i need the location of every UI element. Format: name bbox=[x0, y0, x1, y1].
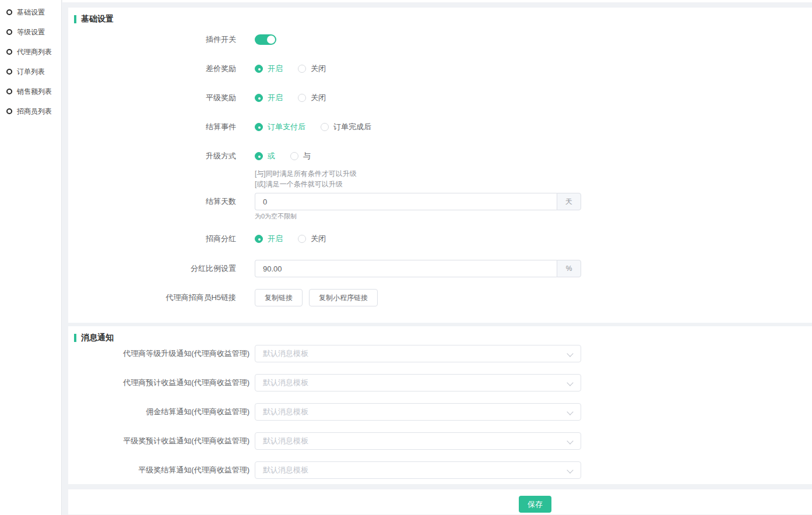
radio-icon bbox=[255, 235, 263, 243]
row-same-level-expected-notify: 平级奖预计收益通知(代理商收益管理) 默认消息模板 bbox=[74, 432, 812, 450]
row-same-level-settle-notify: 平级奖结算通知(代理商收益管理) 默认消息模板 bbox=[74, 461, 812, 479]
sidebar-item-label: 代理商列表 bbox=[17, 47, 52, 57]
circle-icon bbox=[6, 29, 12, 35]
input-box bbox=[255, 260, 557, 277]
tip-line: [或]满足一个条件就可以升级 bbox=[255, 179, 357, 189]
row-upgrade-mode: 升级方式 或 与 [与]同时满足所有条件才可以升级 [或]满足一个条件就可以升级 bbox=[74, 142, 812, 189]
sidebar-item-level-settings[interactable]: 等级设置 bbox=[0, 22, 61, 42]
copy-link-button[interactable]: 复制链接 bbox=[255, 289, 303, 306]
radio-label: 与 bbox=[303, 151, 311, 161]
radio-icon bbox=[298, 235, 306, 243]
radio-icon bbox=[255, 123, 263, 131]
circle-icon bbox=[6, 69, 12, 75]
section-title-notify: 消息通知 bbox=[74, 332, 812, 344]
radio-label: 开启 bbox=[268, 234, 283, 244]
sidebar-item-agent-list[interactable]: 代理商列表 bbox=[0, 42, 61, 62]
row-agent-expected-income-notify: 代理商预计收益通知(代理商收益管理) 默认消息模板 bbox=[74, 374, 812, 391]
field-label: 代理商预计收益通知(代理商收益管理) bbox=[74, 378, 255, 388]
radio-settle-after-complete[interactable]: 订单完成后 bbox=[321, 122, 371, 132]
field-label: 升级方式 bbox=[74, 142, 255, 171]
same-level-expected-notify-select[interactable]: 默认消息模板 bbox=[255, 432, 581, 450]
copy-miniprogram-link-button[interactable]: 复制小程序链接 bbox=[309, 289, 378, 306]
sidebar-item-label: 等级设置 bbox=[17, 27, 45, 37]
radio-label: 开启 bbox=[268, 64, 283, 74]
radio-label: 关闭 bbox=[311, 64, 326, 74]
row-commission-settle-notify: 佣金结算通知(代理商收益管理) 默认消息模板 bbox=[74, 403, 812, 421]
field-label: 代理商等级升级通知(代理商收益管理) bbox=[74, 348, 255, 359]
radio-icon bbox=[255, 152, 263, 160]
row-h5-link: 代理商招商员H5链接 复制链接 复制小程序链接 bbox=[74, 289, 812, 306]
radio-label: 开启 bbox=[268, 93, 283, 103]
radio-icon bbox=[321, 123, 329, 131]
field-label: 结算事件 bbox=[74, 122, 255, 132]
basic-settings-card: 基础设置 插件开关 差价奖励 开启 关闭 bbox=[68, 8, 812, 323]
radio-label: 订单完成后 bbox=[333, 122, 371, 132]
field-label: 平级奖励 bbox=[74, 93, 255, 103]
radio-same-level-on[interactable]: 开启 bbox=[255, 93, 283, 103]
circle-icon bbox=[6, 108, 12, 114]
sidebar: 基础设置 等级设置 代理商列表 订单列表 销售额列表 招商员列表 bbox=[0, 0, 62, 515]
chevron-down-icon bbox=[567, 379, 573, 386]
select-placeholder: 默认消息模板 bbox=[263, 378, 308, 388]
radio-icon bbox=[298, 65, 306, 73]
save-button[interactable]: 保存 bbox=[519, 496, 551, 513]
radio-invest-dividend-on[interactable]: 开启 bbox=[255, 234, 283, 244]
radio-label: 订单支付后 bbox=[268, 122, 305, 132]
same-level-settle-notify-select[interactable]: 默认消息模板 bbox=[255, 461, 581, 479]
sidebar-item-sales-list[interactable]: 销售额列表 bbox=[0, 82, 61, 101]
field-label: 平级奖预计收益通知(代理商收益管理) bbox=[74, 436, 255, 446]
circle-icon bbox=[6, 49, 12, 55]
sidebar-item-basic-settings[interactable]: 基础设置 bbox=[0, 2, 61, 22]
field-label: 平级奖结算通知(代理商收益管理) bbox=[74, 465, 255, 475]
save-bar: 保存 bbox=[68, 489, 812, 514]
radio-upgrade-or[interactable]: 或 bbox=[255, 151, 275, 161]
row-settle-days: 结算天数 天 为0为空不限制 bbox=[74, 193, 812, 221]
radio-icon bbox=[298, 94, 306, 102]
settle-days-input[interactable] bbox=[255, 193, 557, 210]
settle-days-tip: 为0为空不限制 bbox=[255, 211, 581, 221]
sidebar-item-label: 招商员列表 bbox=[17, 107, 52, 117]
field-label: 招商分红 bbox=[74, 234, 255, 244]
radio-label: 关闭 bbox=[311, 234, 326, 244]
agent-expected-income-notify-select[interactable]: 默认消息模板 bbox=[255, 374, 581, 391]
commission-settle-notify-select[interactable]: 默认消息模板 bbox=[255, 403, 581, 421]
plugin-switch-toggle[interactable] bbox=[255, 34, 276, 45]
row-invest-dividend: 招商分红 开启 关闭 bbox=[74, 224, 812, 253]
radio-settle-after-pay[interactable]: 订单支付后 bbox=[255, 122, 305, 132]
chevron-down-icon bbox=[567, 408, 573, 415]
field-label: 分红比例设置 bbox=[74, 263, 255, 274]
circle-icon bbox=[6, 89, 12, 94]
dividend-ratio-input-group: % bbox=[255, 260, 581, 277]
row-settle-event: 结算事件 订单支付后 订单完成后 bbox=[74, 112, 812, 142]
circle-icon bbox=[6, 9, 12, 15]
chevron-down-icon bbox=[567, 438, 573, 444]
radio-upgrade-and[interactable]: 与 bbox=[290, 151, 311, 161]
row-dividend-ratio: 分红比例设置 % bbox=[74, 260, 812, 277]
sidebar-item-order-list[interactable]: 订单列表 bbox=[0, 62, 61, 82]
radio-same-level-off[interactable]: 关闭 bbox=[298, 93, 326, 103]
message-notify-card: 消息通知 代理商等级升级通知(代理商收益管理) 默认消息模板 代理商预计收益通知… bbox=[68, 326, 812, 484]
section-title-text: 消息通知 bbox=[81, 333, 114, 343]
radio-price-diff-off[interactable]: 关闭 bbox=[298, 64, 326, 74]
radio-icon bbox=[290, 152, 298, 160]
tip-line: [与]同时满足所有条件才可以升级 bbox=[255, 168, 357, 179]
radio-invest-dividend-off[interactable]: 关闭 bbox=[298, 234, 326, 244]
radio-label: 关闭 bbox=[311, 93, 326, 103]
radio-price-diff-on[interactable]: 开启 bbox=[255, 64, 283, 74]
section-bar bbox=[74, 334, 76, 342]
settle-days-unit: 天 bbox=[557, 193, 581, 210]
sidebar-item-recruiter-list[interactable]: 招商员列表 bbox=[0, 101, 61, 121]
row-same-level-reward: 平级奖励 开启 关闭 bbox=[74, 83, 812, 112]
agent-level-upgrade-notify-select[interactable]: 默认消息模板 bbox=[255, 345, 581, 362]
sidebar-item-label: 基础设置 bbox=[17, 8, 45, 17]
select-placeholder: 默认消息模板 bbox=[263, 407, 308, 417]
input-box bbox=[255, 193, 557, 210]
field-label: 插件开关 bbox=[74, 34, 255, 45]
section-title-basic: 基础设置 bbox=[74, 13, 812, 25]
radio-icon bbox=[255, 65, 263, 73]
row-price-diff-reward: 差价奖励 开启 关闭 bbox=[74, 54, 812, 83]
sidebar-item-label: 销售额列表 bbox=[17, 87, 52, 97]
radio-label: 或 bbox=[268, 151, 275, 161]
field-label: 佣金结算通知(代理商收益管理) bbox=[74, 407, 255, 417]
dividend-ratio-input[interactable] bbox=[255, 260, 557, 277]
